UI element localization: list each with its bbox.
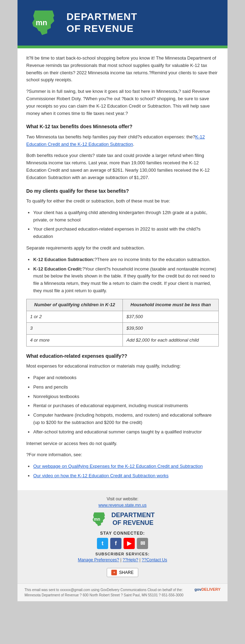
table-row: 1 or 2 $37,500 <box>27 311 219 323</box>
section-heading-2: Do my clients qualify for these tax bene… <box>26 187 219 195</box>
credit-label: K-12 Education Credit: <box>33 266 82 272</box>
facebook-icon[interactable]: f <box>110 538 121 549</box>
section-1-intro: To qualify for either the credit or subt… <box>26 198 219 205</box>
table-cell: 3 <box>27 323 123 335</box>
subtraction-text: ?There are no income limits for the educ… <box>94 257 211 262</box>
footer-dept-title: DEPARTMENT OF REVENUE <box>111 512 155 527</box>
twitter-icon[interactable]: t <box>97 538 108 549</box>
main-content: It?ll be time to start back-to-school sh… <box>18 48 227 490</box>
more-info-label: ?For more information, see: <box>26 451 219 459</box>
expenses-intro: Most expenses for educational instructio… <box>26 363 219 370</box>
gov-text: gov <box>195 587 202 591</box>
expenses-heading: What education-related expenses qualify?… <box>26 352 219 360</box>
more-info-link-2: Our video on how the K-12 Education Cred… <box>33 472 219 480</box>
table-row: 3 $39,500 <box>27 323 219 335</box>
expense-item-3: Nonreligious textbooks <box>33 393 219 400</box>
youtube-icon[interactable]: ▶ <box>124 538 135 549</box>
qualify-bullet-2: Your client purchased education-related … <box>33 226 219 240</box>
footer-section: Visit our website: www.revenue.state.mn.… <box>18 490 227 583</box>
expense-item-6: After-school tutoring and educational su… <box>33 429 219 436</box>
email-social-icon[interactable]: ✉ <box>137 538 148 549</box>
expense-item-1: Paper and notebooks <box>33 374 219 382</box>
share-label: SHARE <box>119 570 133 575</box>
table-cell: $39,500 <box>123 323 219 335</box>
delivery-text: DELIVERY <box>201 587 220 591</box>
table-cell: 1 or 2 <box>27 311 123 323</box>
govdelivery-badge: govDELIVERY <box>195 587 220 591</box>
income-table: Number of qualifying children in K-12 Ho… <box>26 299 219 347</box>
website-url[interactable]: www.revenue.state.mn.us <box>21 503 224 508</box>
help-link[interactable]: ??Help? <box>122 557 138 562</box>
more-info-link-1: Our webpage on Qualifying Expenses for t… <box>33 463 219 470</box>
expense-item-5: Computer hardware (including hotspots, m… <box>33 412 219 426</box>
bottom-bar: This email was sent to xxxxxx@gmail.com … <box>18 583 227 601</box>
separate-requirements: Separate requirements apply for the cred… <box>26 245 219 252</box>
header-banner: mn DEPARTMENT OF REVENUE <box>18 0 227 46</box>
contact-us-link[interactable]: ??Contact Us <box>142 557 167 562</box>
share-icon: + <box>111 570 117 575</box>
qualify-bullets: Your client has a qualifying child atten… <box>33 209 219 240</box>
footer-dept-logo: mn DEPARTMENT OF REVENUE <box>21 511 224 528</box>
footer-mn-state-shape-icon: mn <box>90 511 108 528</box>
svg-text:mn: mn <box>94 517 100 522</box>
expense-item-2: Pens and pencils <box>33 384 219 391</box>
stay-connected-label: STAY CONNECTED: <box>21 531 224 536</box>
section-0-para-1: Both benefits reduce your clients? state… <box>26 152 219 181</box>
expense-item-4: Rental or purchases of educational equip… <box>33 402 219 410</box>
intro-paragraph-1: It?ll be time to start back-to-school sh… <box>26 55 219 84</box>
table-col1-header: Number of qualifying children in K-12 <box>27 299 123 311</box>
more-info-links: Our webpage on Qualifying Expenses for t… <box>33 463 219 480</box>
k12-credit-link[interactable]: K-12 Education Credit and the K-12 Educa… <box>26 134 205 147</box>
website-link[interactable]: www.revenue.state.mn.us <box>98 503 146 508</box>
subtraction-bullet: K-12 Education Subtraction:?There are no… <box>33 256 219 263</box>
subscriber-services-label: SUBSCRIBER SERVICES: <box>21 552 224 556</box>
qualify-bullet-1: Your client has a qualifying child atten… <box>33 209 219 224</box>
sub-requirements-bullets: K-12 Education Subtraction:?There are no… <box>33 256 219 295</box>
table-cell: Add $2,000 for each additional child <box>123 335 219 347</box>
intro-paragraph-2: ?Summer is in full swing, but we know it… <box>26 88 219 117</box>
credit-bullet: K-12 Education Credit:?Your client?s hou… <box>33 266 219 295</box>
subtraction-label: K-12 Education Subtraction: <box>33 257 94 262</box>
table-row: 4 or more Add $2,000 for each additional… <box>27 335 219 347</box>
green-accent-bar <box>18 46 227 48</box>
social-icons-row: t f ▶ ✉ <box>21 538 224 549</box>
table-cell: $37,500 <box>123 311 219 323</box>
svg-text:mn: mn <box>36 18 47 27</box>
section-0-para-0: Two Minnesota tax benefits help families… <box>26 133 219 148</box>
expenses-bullets: Paper and notebooks Pens and pencils Non… <box>33 374 219 436</box>
share-button[interactable]: + SHARE <box>107 568 138 577</box>
no-qualify-text: Internet service or access fees do not q… <box>26 440 219 447</box>
qualifying-expenses-link[interactable]: Our webpage on Qualifying Expenses for t… <box>33 464 203 469</box>
dept-title: DEPARTMENT OF REVENUE <box>66 11 137 34</box>
subscriber-links-row: Manage Preferences? | ??Help? | ??Contac… <box>21 557 224 562</box>
table-col2-header: Household income must be less than <box>123 299 219 311</box>
visit-website-label: Visit our website: <box>21 496 224 501</box>
table-cell: 4 or more <box>27 335 123 347</box>
video-link[interactable]: Our video on how the K-12 Education Cred… <box>33 473 169 478</box>
mn-state-shape-icon: mn <box>28 7 59 39</box>
manage-preferences-link[interactable]: Manage Preferences? <box>78 557 119 562</box>
bottom-disclaimer-text: This email was sent to xxxxxx@gmail.com … <box>24 587 191 598</box>
section-heading-1: What K-12 tax benefits does Minnesota of… <box>26 123 219 130</box>
